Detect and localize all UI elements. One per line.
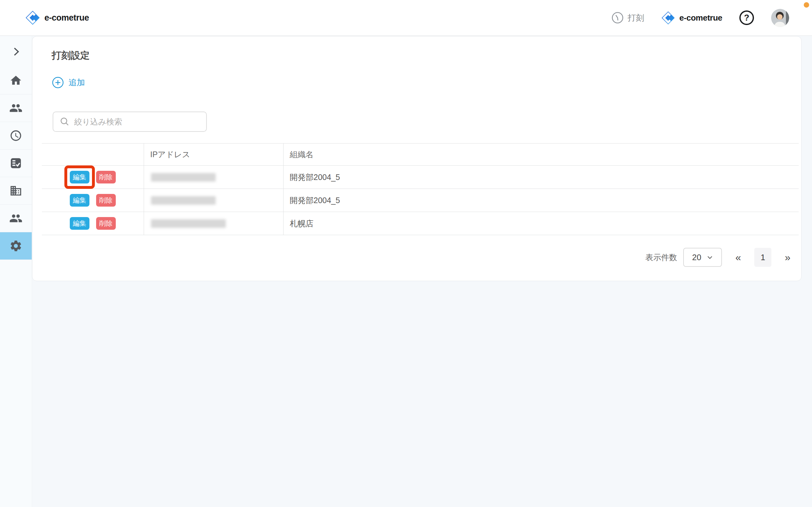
brand-diamond-icon <box>661 11 675 25</box>
plus-circle-icon <box>52 77 64 89</box>
table-row: 編集 削除 開発部2004_5 <box>42 189 799 212</box>
ip-redacted-bar <box>151 219 226 228</box>
add-label: 追加 <box>68 77 85 88</box>
per-page-select[interactable]: 20 <box>683 248 722 267</box>
pagination: 表示件数 20 « 1 » <box>645 247 791 267</box>
table-header-row: IPアドレス 組織名 <box>42 144 799 166</box>
org-name-cell: 開発部2004_5 <box>283 189 799 212</box>
search-input[interactable] <box>73 117 200 127</box>
home-icon <box>9 74 22 87</box>
edit-button[interactable]: 編集 <box>70 171 90 183</box>
sidebar-item-staff[interactable] <box>0 205 32 232</box>
ip-redacted-bar <box>151 173 216 181</box>
edit-button[interactable]: 編集 <box>70 217 90 230</box>
table-row: 編集 削除 開発部2004_5 <box>42 166 799 189</box>
per-page-value: 20 <box>692 252 701 262</box>
punch-clock-button[interactable]: 打刻 <box>611 11 644 24</box>
building-icon <box>9 184 22 197</box>
edit-button[interactable]: 編集 <box>70 194 90 207</box>
sidebar-expand-toggle[interactable] <box>0 36 32 67</box>
header-brand-right[interactable]: e-cometrue <box>661 11 722 25</box>
ip-redacted-bar <box>151 196 216 205</box>
list-check-icon <box>9 157 22 170</box>
sidebar-item-members[interactable] <box>0 95 32 122</box>
org-name-cell: 開発部2004_5 <box>283 166 799 189</box>
question-mark-icon: ? <box>744 13 750 23</box>
content-panel: 打刻設定 追加 IPアドレス 組織名 <box>32 36 802 281</box>
column-header-actions <box>42 144 144 166</box>
sidebar-item-settings[interactable] <box>0 232 32 260</box>
clock-icon <box>9 129 22 142</box>
users-icon <box>9 101 22 115</box>
delete-button[interactable]: 削除 <box>96 217 116 230</box>
help-button[interactable]: ? <box>740 10 754 25</box>
users-icon <box>9 212 22 225</box>
prev-page-button[interactable]: « <box>735 252 741 262</box>
brand-name-right: e-cometrue <box>679 13 722 23</box>
header-right-cluster: 打刻 e-cometrue ? <box>611 9 789 27</box>
brand-diamond-icon <box>26 10 40 25</box>
org-name-cell: 札幌店 <box>283 212 799 235</box>
app-header: e-cometrue 打刻 e-cometr <box>0 0 812 36</box>
page-number[interactable]: 1 <box>754 248 771 267</box>
chevron-down-icon <box>706 254 713 261</box>
brand-name: e-cometrue <box>44 13 89 23</box>
chevron-right-icon <box>10 46 21 57</box>
column-header-ip-address: IPアドレス <box>144 144 283 166</box>
search-icon <box>60 117 70 127</box>
sidebar-item-organization[interactable] <box>0 177 32 205</box>
delete-button[interactable]: 削除 <box>96 194 116 207</box>
brand-logo: e-cometrue <box>26 10 89 25</box>
column-header-organization: 組織名 <box>283 144 799 166</box>
table-row: 編集 削除 札幌店 <box>42 212 799 235</box>
next-page-button[interactable]: » <box>785 252 791 262</box>
gear-icon <box>9 239 22 252</box>
delete-button[interactable]: 削除 <box>96 171 116 183</box>
clock-icon <box>611 11 624 24</box>
page-title: 打刻設定 <box>52 49 90 62</box>
recording-dot <box>804 2 809 8</box>
settings-table: IPアドレス 組織名 編集 削除 <box>42 143 799 235</box>
sidebar-item-attendance[interactable] <box>0 122 32 150</box>
add-button[interactable]: 追加 <box>52 77 85 89</box>
search-box <box>53 112 207 132</box>
sidebar-item-home[interactable] <box>0 67 32 95</box>
sidebar-item-records[interactable] <box>0 150 32 177</box>
user-avatar[interactable] <box>771 9 789 27</box>
per-page-label: 表示件数 <box>645 252 677 263</box>
punch-label: 打刻 <box>628 12 644 23</box>
sidebar-nav <box>0 36 32 507</box>
